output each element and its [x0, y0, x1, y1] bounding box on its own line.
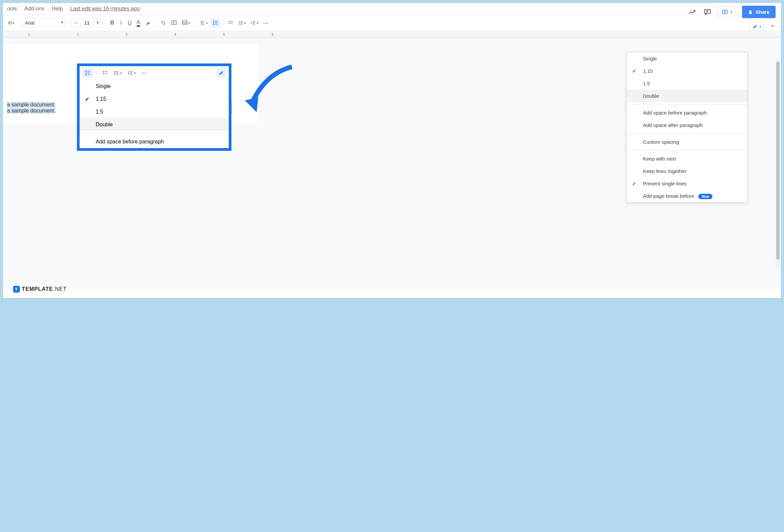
- check-icon: ✓: [632, 68, 637, 74]
- last-edit-link[interactable]: Last edit was 16 minutes ago: [70, 6, 140, 12]
- app-frame: ools Add-ons Help Last edit was 16 minut…: [3, 3, 781, 298]
- font-size-increase[interactable]: +: [93, 19, 103, 27]
- collapse-toolbar-button[interactable]: [769, 23, 776, 29]
- logo-icon: T: [13, 286, 20, 292]
- present-button[interactable]: ▾: [718, 7, 736, 18]
- scrollbar[interactable]: [776, 59, 780, 268]
- prevent-single-lines[interactable]: ✓Prevent single lines: [627, 177, 747, 190]
- font-size-value[interactable]: 11: [81, 20, 93, 26]
- menu-separator: [627, 150, 747, 150]
- svg-rect-0: [704, 9, 710, 13]
- bullet-list-button[interactable]: ▾: [112, 68, 124, 78]
- bold-button[interactable]: B: [108, 18, 116, 28]
- menu-help[interactable]: Help: [52, 6, 63, 12]
- insert-image-button[interactable]: ▾: [180, 18, 192, 28]
- font-size-decrease[interactable]: −: [72, 19, 81, 27]
- keep-lines-together[interactable]: Keep lines together: [627, 165, 747, 177]
- link-button[interactable]: [158, 18, 168, 28]
- menu-separator: [627, 133, 747, 134]
- highlight-button[interactable]: [143, 18, 152, 28]
- chevron-down-icon: ▾: [759, 25, 761, 29]
- scrollbar-thumb[interactable]: [776, 61, 780, 260]
- toolbar: xt▾ Arial − 11 + B I U A ▾ ▾: [3, 15, 781, 31]
- spacing-1-15[interactable]: ✓1.15: [80, 93, 229, 106]
- edit-icon[interactable]: [217, 68, 226, 78]
- spacing-1-15[interactable]: ✓1.15: [627, 65, 747, 77]
- italic-button[interactable]: I: [117, 18, 125, 28]
- add-page-break-before[interactable]: Add page break beforeNew: [627, 190, 747, 202]
- add-space-before[interactable]: Add space before paragraph: [80, 135, 229, 148]
- menu-addons[interactable]: Add-ons: [24, 6, 44, 12]
- svg-point-9: [115, 74, 115, 75]
- add-space-before[interactable]: Add space before paragraph: [627, 107, 747, 119]
- more-button[interactable]: ⋯: [139, 68, 148, 78]
- font-select[interactable]: Arial: [22, 19, 65, 27]
- font-size-control: − 11 +: [71, 19, 103, 28]
- svg-point-8: [115, 73, 115, 73]
- spacing-double[interactable]: Double: [80, 118, 229, 131]
- numbered-list-button[interactable]: ▾: [125, 68, 138, 78]
- spacing-1-5[interactable]: 1.5: [80, 106, 229, 118]
- share-button[interactable]: Share: [742, 6, 776, 18]
- share-label: Share: [755, 9, 769, 15]
- callout-arrow: [231, 63, 299, 124]
- menu-tools[interactable]: ools: [7, 6, 17, 12]
- line-spacing-button[interactable]: [82, 68, 93, 78]
- numbered-list-button[interactable]: ▾: [249, 18, 260, 28]
- svg-point-7: [115, 71, 115, 72]
- menubar: ools Add-ons Help Last edit was 16 minut…: [3, 3, 781, 15]
- footer-logo: T TEMPLATE.NET: [13, 286, 66, 292]
- styles-dropdown[interactable]: xt▾: [6, 18, 16, 28]
- spacing-single[interactable]: Single: [80, 80, 229, 93]
- bullet-list-button[interactable]: ▾: [236, 18, 248, 28]
- top-actions: ▾ Share: [687, 6, 776, 18]
- activity-icon[interactable]: [687, 7, 697, 17]
- svg-point-5: [239, 23, 240, 23]
- callout-box: ▾ ▾ ⋯ Single ✓1.15 1.5 Double Add space …: [77, 63, 231, 151]
- line-spacing-menu: Single ✓1.15 1.5 Double Add space before…: [626, 52, 747, 202]
- svg-point-6: [239, 24, 240, 24]
- selected-text[interactable]: a sample document.: [7, 108, 55, 114]
- underline-button[interactable]: U: [125, 18, 134, 28]
- add-comment-button[interactable]: [169, 18, 179, 28]
- checklist-button[interactable]: [100, 68, 110, 78]
- more-button[interactable]: ⋯: [261, 18, 271, 28]
- checklist-button[interactable]: [226, 18, 235, 28]
- chevron-down-icon: ▾: [731, 10, 732, 14]
- check-icon: ✓: [632, 181, 637, 187]
- keep-with-next[interactable]: Keep with next: [627, 152, 747, 165]
- check-icon: ✓: [85, 96, 89, 103]
- custom-spacing[interactable]: Custom spacing: [627, 136, 747, 148]
- add-space-after[interactable]: Add space after paragraph: [627, 119, 747, 131]
- ruler: 1 2 3 4 5 6: [3, 31, 781, 38]
- new-badge: New: [698, 194, 713, 199]
- svg-point-4: [239, 21, 240, 22]
- spacing-1-5[interactable]: 1.5: [627, 77, 747, 90]
- menu-separator: [80, 133, 229, 133]
- spacing-single[interactable]: Single: [627, 52, 747, 65]
- selected-text[interactable]: a sample document.: [7, 102, 55, 108]
- callout-toolbar: ▾ ▾ ⋯: [80, 66, 229, 80]
- comments-icon[interactable]: [703, 7, 712, 17]
- callout-spacing-menu: Single ✓1.15 1.5 Double Add space before…: [80, 80, 229, 148]
- spacing-double[interactable]: Double: [627, 90, 747, 102]
- line-spacing-button[interactable]: [210, 18, 220, 28]
- align-button[interactable]: ▾: [198, 18, 209, 28]
- text-color-button[interactable]: A: [134, 18, 142, 28]
- editing-mode-button[interactable]: ▾: [750, 23, 764, 31]
- menu-separator: [627, 104, 747, 105]
